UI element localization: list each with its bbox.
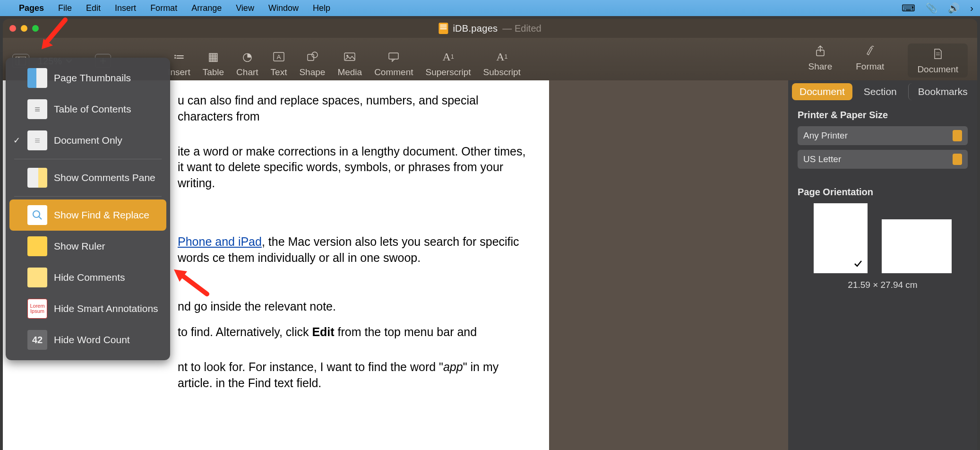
menu-insert[interactable]: Insert	[115, 3, 136, 13]
chart-button[interactable]: ◔Chart	[236, 49, 258, 78]
tab-document[interactable]: Document	[792, 83, 852, 100]
orientation-landscape[interactable]	[882, 219, 952, 273]
table-button[interactable]: ▦Table	[203, 49, 224, 78]
check-icon: ✓	[13, 135, 20, 146]
table-icon: ▦	[208, 49, 219, 64]
menu-page-thumbnails[interactable]: Page Thumbnails	[6, 62, 170, 94]
text-icon: A	[273, 49, 285, 64]
menu-window[interactable]: Window	[268, 3, 299, 13]
view-options-menu: Page Thumbnails ≡ Table of Contents ✓ ≡ …	[6, 58, 170, 360]
shape-button[interactable]: Shape	[299, 49, 325, 78]
menu-view[interactable]: View	[236, 3, 254, 13]
window-title: iDB.pages — Edited	[438, 23, 541, 34]
insert-button[interactable]: ≔Insert	[168, 49, 190, 78]
menu-separator	[14, 159, 162, 159]
document-icon	[438, 23, 448, 34]
printer-section: Printer & Paper Size Any Printer US Lett…	[788, 103, 977, 180]
mac-menubar: Pages File Edit Insert Format Arrange Vi…	[0, 0, 980, 16]
edited-label: — Edited	[502, 23, 541, 34]
menu-table-of-contents[interactable]: ≡ Table of Contents	[6, 94, 170, 125]
menu-hide-smart-annotations[interactable]: LoremIpsum Hide Smart Annotations	[6, 293, 170, 324]
svg-rect-10	[389, 53, 398, 59]
link-iphone-ipad[interactable]: Phone and iPad	[178, 235, 262, 248]
superscript-icon: A1	[443, 49, 454, 64]
tab-bookmarks[interactable]: Bookmarks	[908, 83, 975, 100]
superscript-button[interactable]: A1Superscript	[426, 49, 471, 78]
menubar-menus: File Edit Insert Format Arrange View Win…	[58, 3, 330, 13]
overflow-icon[interactable]: ›	[970, 3, 973, 14]
shape-icon	[306, 49, 318, 64]
search-icon	[27, 205, 47, 225]
orientation-portrait[interactable]	[814, 203, 868, 273]
subscript-button[interactable]: A1Subscript	[483, 49, 521, 78]
subscript-icon: A1	[496, 49, 507, 64]
menu-help[interactable]: Help	[313, 3, 330, 13]
menu-file[interactable]: File	[58, 3, 72, 13]
menu-arrange[interactable]: Arrange	[191, 3, 222, 13]
media-button[interactable]: Media	[337, 49, 362, 78]
page-size-label: 21.59 × 27.94 cm	[798, 280, 968, 290]
body-text: Phone and iPad, the Mac version also let…	[178, 234, 530, 266]
ruler-icon	[27, 236, 47, 256]
format-button[interactable]: Format	[856, 43, 884, 78]
lorem-icon: LoremIpsum	[27, 299, 47, 319]
stepper-icon	[953, 154, 962, 165]
menu-show-find-replace[interactable]: Show Find & Replace	[9, 199, 166, 231]
app-name[interactable]: Pages	[19, 3, 44, 13]
comments-pane-icon	[27, 168, 47, 188]
svg-line-15	[39, 216, 42, 219]
toolbar-center: ≔Insert ▦Table ◔Chart A Text Shape Media…	[168, 49, 521, 78]
insert-icon: ≔	[173, 49, 185, 64]
tab-section[interactable]: Section	[856, 83, 904, 100]
document-icon	[933, 46, 943, 61]
orientation-title: Page Orientation	[798, 187, 968, 198]
menu-hide-word-count[interactable]: 42 Hide Word Count	[6, 324, 170, 355]
minimize-button[interactable]	[21, 25, 27, 32]
inspector-tabs: Document Section Bookmarks	[788, 80, 977, 103]
body-text: nd go inside the relevant note.	[178, 299, 530, 315]
keyboard-icon[interactable]: ⌨	[902, 2, 915, 14]
word-count-icon: 42	[27, 330, 47, 350]
media-icon	[344, 49, 356, 64]
printer-section-title: Printer & Paper Size	[798, 110, 968, 121]
text-button[interactable]: A Text	[271, 49, 287, 78]
stepper-icon	[953, 130, 962, 141]
volume-icon[interactable]: 🔊	[948, 2, 960, 14]
orientation-section: Page Orientation 21.59 × 27.94 cm	[788, 180, 977, 297]
printer-select[interactable]: Any Printer	[798, 126, 968, 145]
menu-show-comments-pane[interactable]: Show Comments Pane	[6, 162, 170, 193]
comment-button[interactable]: Comment	[374, 49, 413, 78]
menu-document-only[interactable]: ✓ ≡ Document Only	[6, 125, 170, 156]
comment-icon	[27, 268, 47, 287]
traffic-lights	[9, 25, 39, 32]
format-icon	[864, 43, 876, 59]
share-icon	[815, 43, 825, 59]
annotation-arrow	[37, 16, 75, 54]
body-text: u can also find and replace spaces, numb…	[178, 93, 530, 125]
menu-edit[interactable]: Edit	[86, 3, 101, 13]
svg-point-14	[33, 211, 40, 217]
svg-rect-6	[308, 54, 314, 61]
document-name: iDB.pages	[453, 23, 498, 34]
document-button[interactable]: Document	[908, 43, 968, 78]
svg-text:A: A	[277, 53, 281, 61]
toc-icon: ≡	[27, 99, 47, 119]
paper-select[interactable]: US Letter	[798, 150, 968, 169]
titlebar: iDB.pages — Edited	[3, 19, 977, 38]
menubar-status-icons: ⌨ 📎 🔊 ›	[902, 2, 973, 14]
body-text: to find. Alternatively, click Edit from …	[178, 324, 530, 340]
attachment-icon[interactable]: 📎	[926, 2, 937, 14]
menu-separator	[14, 196, 162, 197]
menu-format[interactable]: Format	[150, 3, 177, 13]
chart-icon: ◔	[242, 49, 252, 64]
close-button[interactable]	[9, 25, 16, 32]
comment-icon	[387, 49, 400, 64]
check-icon	[853, 259, 863, 268]
body-text: ite a word or make corrections in a leng…	[178, 144, 530, 191]
annotation-arrow	[170, 266, 213, 303]
svg-point-7	[312, 52, 318, 58]
menu-show-ruler[interactable]: Show Ruler	[6, 231, 170, 262]
menu-hide-comments[interactable]: Hide Comments	[6, 262, 170, 293]
thumbnails-icon	[27, 68, 47, 88]
share-button[interactable]: Share	[808, 43, 833, 78]
